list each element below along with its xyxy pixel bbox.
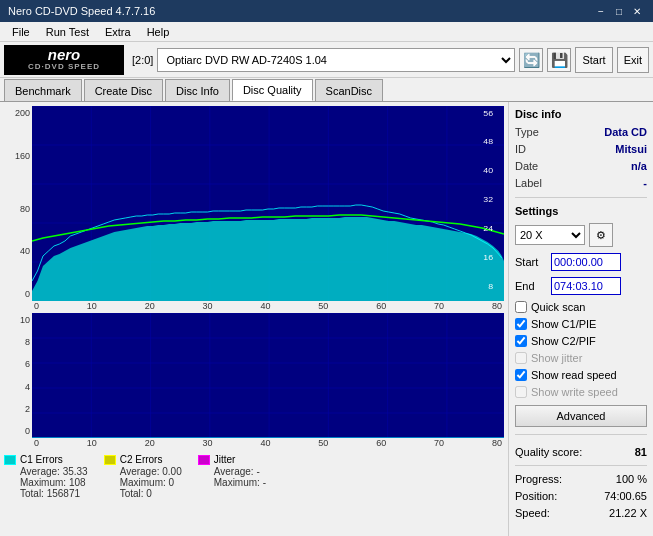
c1-max-value: 108 bbox=[69, 477, 86, 488]
start-label: Start bbox=[515, 256, 547, 268]
window-controls: − □ ✕ bbox=[593, 3, 645, 19]
chart-area: 200 160 80 40 0 bbox=[0, 102, 508, 536]
show-jitter-label: Show jitter bbox=[531, 352, 582, 364]
refresh-icon[interactable]: 🔄 bbox=[519, 48, 543, 72]
quick-scan-row: Quick scan bbox=[515, 301, 647, 313]
legend: C1 Errors Average: 35.33 Maximum: 108 To… bbox=[4, 450, 504, 503]
svg-text:56: 56 bbox=[483, 108, 493, 118]
tab-disc-quality[interactable]: Disc Quality bbox=[232, 79, 313, 101]
settings-icon[interactable]: ⚙ bbox=[589, 223, 613, 247]
jitter-color-swatch bbox=[198, 455, 210, 465]
menu-extra[interactable]: Extra bbox=[97, 22, 139, 41]
svg-text:16: 16 bbox=[483, 252, 493, 262]
show-write-speed-label: Show write speed bbox=[531, 386, 618, 398]
show-c2pif-row: Show C2/PIF bbox=[515, 335, 647, 347]
divider-1 bbox=[515, 197, 647, 198]
legend-c1: C1 Errors Average: 35.33 Maximum: 108 To… bbox=[4, 454, 88, 499]
jitter-avg-label: Average: bbox=[214, 466, 254, 477]
show-jitter-checkbox[interactable] bbox=[515, 352, 527, 364]
x-label-80: 80 bbox=[492, 301, 502, 311]
show-write-speed-checkbox[interactable] bbox=[515, 386, 527, 398]
disc-type-value: Data CD bbox=[604, 126, 647, 138]
jitter-max-label: Maximum: bbox=[214, 477, 260, 488]
show-read-speed-checkbox[interactable] bbox=[515, 369, 527, 381]
menu-run-test[interactable]: Run Test bbox=[38, 22, 97, 41]
titlebar-title: Nero CD-DVD Speed 4.7.7.16 bbox=[8, 5, 155, 17]
tabs: Benchmark Create Disc Disc Info Disc Qua… bbox=[0, 78, 653, 102]
show-read-speed-label: Show read speed bbox=[531, 369, 617, 381]
disc-info-title: Disc info bbox=[515, 108, 647, 120]
jitter-label: Jitter bbox=[214, 454, 236, 465]
show-read-speed-row: Show read speed bbox=[515, 369, 647, 381]
x-label-50: 50 bbox=[318, 301, 328, 311]
minimize-button[interactable]: − bbox=[593, 3, 609, 19]
disc-id-row: ID Mitsui bbox=[515, 143, 647, 155]
x2-label-20: 20 bbox=[145, 438, 155, 448]
end-row: End bbox=[515, 277, 647, 295]
titlebar: Nero CD-DVD Speed 4.7.7.16 − □ ✕ bbox=[0, 0, 653, 22]
bottom-chart-svg bbox=[32, 313, 504, 438]
c2-max-label: Maximum: bbox=[120, 477, 166, 488]
y-label-200: 200 bbox=[6, 108, 30, 118]
show-c2pif-checkbox[interactable] bbox=[515, 335, 527, 347]
show-write-speed-row: Show write speed bbox=[515, 386, 647, 398]
speed-select[interactable]: 20 X Max 4 X 8 X 12 X 16 X 24 X 32 X 40 … bbox=[515, 225, 585, 245]
x-label-40: 40 bbox=[260, 301, 270, 311]
menu-help[interactable]: Help bbox=[139, 22, 178, 41]
speed-row: 20 X Max 4 X 8 X 12 X 16 X 24 X 32 X 40 … bbox=[515, 223, 647, 247]
x2-label-60: 60 bbox=[376, 438, 386, 448]
svg-text:24: 24 bbox=[483, 223, 493, 233]
svg-text:40: 40 bbox=[483, 165, 493, 175]
c2-max-value: 0 bbox=[169, 477, 175, 488]
x2-label-10: 10 bbox=[87, 438, 97, 448]
start-button[interactable]: Start bbox=[575, 47, 612, 73]
toolbar: nero CD·DVD SPEED [2:0] Optiarc DVD RW A… bbox=[0, 42, 653, 78]
disc-label-value: - bbox=[643, 177, 647, 189]
maximize-button[interactable]: □ bbox=[611, 3, 627, 19]
advanced-button[interactable]: Advanced bbox=[515, 405, 647, 427]
drive-select[interactable]: Optiarc DVD RW AD-7240S 1.04 bbox=[157, 48, 515, 72]
c1-stats: Average: 35.33 Maximum: 108 Total: 15687… bbox=[4, 466, 88, 499]
y2-label-10: 10 bbox=[6, 315, 30, 325]
progress-value: 100 % bbox=[616, 473, 647, 485]
tab-create-disc[interactable]: Create Disc bbox=[84, 79, 163, 101]
start-input[interactable] bbox=[551, 253, 621, 271]
y2-label-8: 8 bbox=[6, 337, 30, 347]
c2-avg-value: 0.00 bbox=[162, 466, 181, 477]
x2-label-50: 50 bbox=[318, 438, 328, 448]
disc-date-value: n/a bbox=[631, 160, 647, 172]
x-label-60: 60 bbox=[376, 301, 386, 311]
speed-row-2: Speed: 21.22 X bbox=[515, 507, 647, 519]
menu-file[interactable]: File bbox=[4, 22, 38, 41]
legend-c2: C2 Errors Average: 0.00 Maximum: 0 Total… bbox=[104, 454, 182, 499]
show-c1pie-checkbox[interactable] bbox=[515, 318, 527, 330]
c1-avg-label: Average: bbox=[20, 466, 60, 477]
end-input[interactable] bbox=[551, 277, 621, 295]
disc-id-value: Mitsui bbox=[615, 143, 647, 155]
y-label-0: 0 bbox=[6, 289, 30, 299]
jitter-max-value: - bbox=[263, 477, 266, 488]
exit-button[interactable]: Exit bbox=[617, 47, 649, 73]
disc-date-row: Date n/a bbox=[515, 160, 647, 172]
show-c1pie-row: Show C1/PIE bbox=[515, 318, 647, 330]
position-row: Position: 74:00.65 bbox=[515, 490, 647, 502]
x-label-30: 30 bbox=[203, 301, 213, 311]
tab-benchmark[interactable]: Benchmark bbox=[4, 79, 82, 101]
tab-disc-info[interactable]: Disc Info bbox=[165, 79, 230, 101]
quick-scan-label: Quick scan bbox=[531, 301, 585, 313]
quick-scan-checkbox[interactable] bbox=[515, 301, 527, 313]
x-label-20: 20 bbox=[145, 301, 155, 311]
close-button[interactable]: ✕ bbox=[629, 3, 645, 19]
save-icon[interactable]: 💾 bbox=[547, 48, 571, 72]
c2-total-label: Total: bbox=[120, 488, 144, 499]
y-label-40: 40 bbox=[6, 246, 30, 256]
y2-label-2: 2 bbox=[6, 404, 30, 414]
speed-value: 21.22 X bbox=[609, 507, 647, 519]
disc-label-row: Label - bbox=[515, 177, 647, 189]
x-label-10: 10 bbox=[87, 301, 97, 311]
c1-color-swatch bbox=[4, 455, 16, 465]
tab-scan-disc[interactable]: ScanDisc bbox=[315, 79, 383, 101]
c2-color-swatch bbox=[104, 455, 116, 465]
quality-score-label: Quality score: bbox=[515, 446, 582, 458]
divider-2 bbox=[515, 434, 647, 435]
